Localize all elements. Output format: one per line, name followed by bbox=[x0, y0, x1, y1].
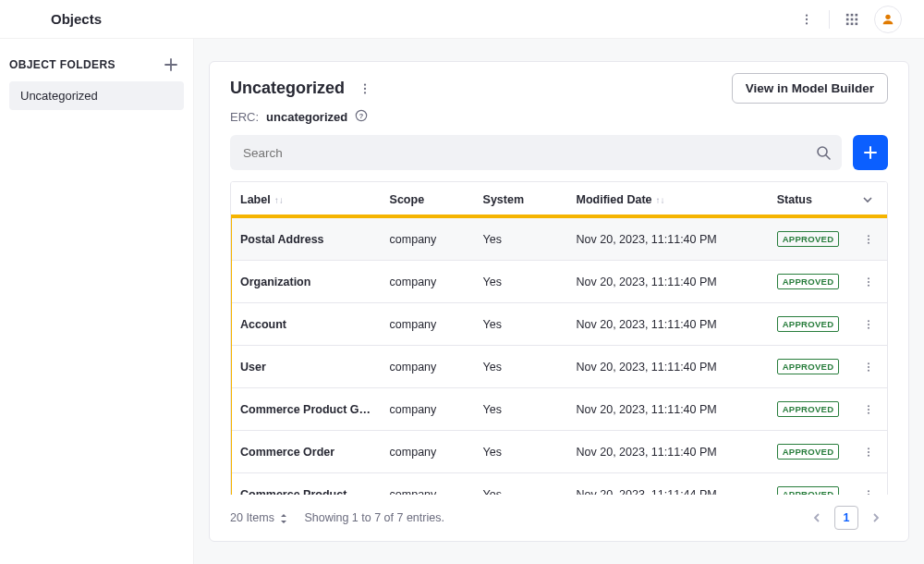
kebab-icon bbox=[863, 447, 874, 458]
table-row[interactable]: OrganizationcompanyYesNov 20, 2023, 11:1… bbox=[231, 261, 887, 303]
cell-system: Yes bbox=[474, 261, 567, 303]
cell-label: Postal Address bbox=[231, 218, 381, 261]
status-badge: APPROVED bbox=[777, 274, 840, 289]
search-input[interactable] bbox=[230, 135, 842, 170]
sidebar: OBJECT FOLDERS Uncategorized bbox=[0, 39, 194, 564]
panel-header: Uncategorized View in Model Builder bbox=[210, 62, 908, 107]
svg-point-1 bbox=[806, 18, 808, 19]
sidebar-item-label: Uncategorized bbox=[20, 89, 98, 103]
add-folder-button[interactable] bbox=[164, 57, 178, 72]
sort-icon: ↑↓ bbox=[656, 195, 665, 205]
kebab-icon bbox=[863, 319, 874, 330]
pager: 1 bbox=[805, 506, 888, 530]
chevron-left-icon bbox=[812, 513, 821, 522]
table-row[interactable]: Commerce Product GroupcompanyYesNov 20, … bbox=[231, 388, 887, 431]
panel-title: Uncategorized bbox=[230, 79, 345, 98]
sidebar-item-uncategorized[interactable]: Uncategorized bbox=[9, 81, 184, 110]
svg-point-37 bbox=[868, 490, 869, 492]
row-actions[interactable] bbox=[854, 218, 887, 261]
svg-rect-11 bbox=[856, 22, 858, 25]
svg-rect-8 bbox=[856, 18, 858, 20]
cell-scope: company bbox=[381, 431, 474, 473]
svg-point-2 bbox=[806, 22, 808, 24]
svg-point-33 bbox=[868, 411, 869, 413]
cell-modified: Nov 20, 2023, 11:11:44 PM bbox=[567, 473, 768, 496]
svg-point-28 bbox=[868, 362, 869, 364]
svg-point-23 bbox=[868, 281, 869, 283]
add-object-button[interactable] bbox=[853, 135, 888, 170]
row-actions[interactable] bbox=[854, 473, 887, 496]
cell-scope: company bbox=[381, 473, 474, 496]
table-row[interactable]: Commerce OrdercompanyYesNov 20, 2023, 11… bbox=[231, 431, 887, 473]
table-row[interactable]: Commerce ProductcompanyYesNov 20, 2023, … bbox=[231, 473, 887, 496]
chevron-right-icon bbox=[871, 513, 881, 522]
next-page-button[interactable] bbox=[864, 506, 888, 530]
search-box bbox=[230, 135, 842, 170]
col-actions[interactable] bbox=[854, 182, 887, 218]
cell-modified: Nov 20, 2023, 11:11:40 PM bbox=[567, 388, 768, 431]
svg-point-25 bbox=[868, 320, 869, 322]
items-per-page-select[interactable]: 20 Items bbox=[230, 511, 287, 524]
cell-label: Account bbox=[231, 303, 381, 346]
table-row[interactable]: UsercompanyYesNov 20, 2023, 11:11:40 PMA… bbox=[231, 346, 887, 388]
panel-title-row: Uncategorized bbox=[230, 76, 378, 102]
row-actions[interactable] bbox=[854, 303, 887, 346]
col-system[interactable]: System bbox=[474, 182, 567, 218]
plus-icon bbox=[863, 145, 878, 160]
status-badge: APPROVED bbox=[777, 486, 840, 495]
cell-status: APPROVED bbox=[768, 261, 854, 303]
toolbar bbox=[210, 135, 908, 181]
svg-point-12 bbox=[885, 14, 890, 18]
svg-rect-6 bbox=[846, 18, 849, 20]
panel: Uncategorized View in Model Builder ERC:… bbox=[209, 61, 909, 542]
row-actions[interactable] bbox=[854, 346, 887, 388]
col-label[interactable]: Label↑↓ bbox=[231, 182, 381, 218]
cell-status: APPROVED bbox=[768, 346, 854, 388]
svg-point-27 bbox=[868, 326, 869, 328]
cell-modified: Nov 20, 2023, 11:11:40 PM bbox=[567, 346, 768, 388]
status-badge: APPROVED bbox=[777, 231, 840, 247]
col-scope[interactable]: Scope bbox=[381, 182, 474, 218]
svg-point-15 bbox=[364, 92, 366, 93]
table-footer: 20 Items Showing 1 to 7 of 7 entries. 1 bbox=[210, 495, 908, 541]
plus-icon bbox=[164, 57, 178, 72]
topbar: Objects bbox=[0, 0, 924, 39]
grid-icon bbox=[845, 13, 858, 26]
cell-system: Yes bbox=[474, 346, 567, 388]
table-row[interactable]: Postal AddresscompanyYesNov 20, 2023, 11… bbox=[231, 218, 887, 261]
apps-grid-button[interactable] bbox=[839, 6, 865, 32]
cell-system: Yes bbox=[474, 303, 567, 346]
col-modified[interactable]: Modified Date↑↓ bbox=[567, 182, 768, 218]
showing-text: Showing 1 to 7 of 7 entries. bbox=[304, 511, 444, 524]
cell-status: APPROVED bbox=[768, 388, 854, 431]
table-row[interactable]: AccountcompanyYesNov 20, 2023, 11:11:40 … bbox=[231, 303, 887, 346]
page-number[interactable]: 1 bbox=[834, 506, 858, 530]
cell-modified: Nov 20, 2023, 11:11:40 PM bbox=[567, 261, 768, 303]
cell-scope: company bbox=[381, 218, 474, 261]
info-icon[interactable]: ? bbox=[355, 109, 370, 124]
svg-rect-5 bbox=[856, 13, 858, 16]
topbar-actions bbox=[794, 6, 902, 33]
sidebar-heading-row: OBJECT FOLDERS bbox=[9, 57, 184, 81]
objects-table: Label↑↓ Scope System Modified Date↑↓ Sta… bbox=[231, 181, 887, 495]
row-actions[interactable] bbox=[854, 431, 887, 473]
row-actions[interactable] bbox=[854, 388, 887, 431]
svg-point-0 bbox=[806, 14, 808, 16]
user-avatar-button[interactable] bbox=[874, 6, 902, 33]
svg-point-20 bbox=[868, 239, 869, 240]
cell-label: Commerce Product Group bbox=[231, 388, 381, 431]
cell-modified: Nov 20, 2023, 11:11:40 PM bbox=[567, 431, 768, 473]
view-model-builder-button[interactable]: View in Model Builder bbox=[732, 73, 888, 104]
svg-point-35 bbox=[868, 451, 869, 453]
row-actions[interactable] bbox=[854, 261, 887, 303]
svg-point-14 bbox=[364, 87, 366, 89]
kebab-menu-button[interactable] bbox=[794, 6, 820, 32]
search-button[interactable] bbox=[810, 140, 836, 166]
panel-kebab-button[interactable] bbox=[352, 76, 378, 102]
cell-status: APPROVED bbox=[768, 431, 854, 473]
cell-status: APPROVED bbox=[768, 218, 854, 261]
svg-point-21 bbox=[868, 241, 869, 243]
col-status[interactable]: Status bbox=[768, 182, 854, 218]
prev-page-button[interactable] bbox=[805, 506, 829, 530]
cell-scope: company bbox=[381, 388, 474, 431]
